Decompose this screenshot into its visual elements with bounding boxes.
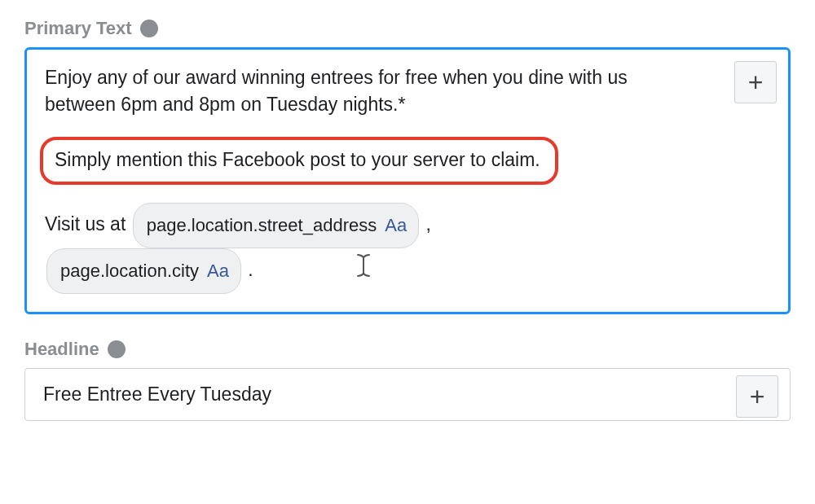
primary-text-label: Primary Text <box>24 18 132 39</box>
headline-input[interactable]: + Free Entree Every Tuesday <box>24 368 791 421</box>
dynamic-token-street-address[interactable]: page.location.street_address Aa <box>133 203 419 248</box>
token-format-icon: Aa <box>207 252 229 290</box>
dynamic-token-city[interactable]: page.location.city Aa <box>46 248 241 294</box>
token-text: page.location.street_address <box>147 207 377 244</box>
add-headline-button[interactable]: + <box>736 375 778 418</box>
period-separator: . <box>248 259 253 280</box>
headline-value: Free Entree Every Tuesday <box>43 383 271 405</box>
headline-label-row: Headline i <box>24 339 791 360</box>
token-text: page.location.city <box>60 252 199 290</box>
primary-text-paragraph-1: Enjoy any of our award winning entrees f… <box>45 64 672 119</box>
info-icon[interactable]: i <box>108 340 126 358</box>
primary-text-input[interactable]: + Enjoy any of our award winning entrees… <box>24 47 791 314</box>
highlighted-instruction-annotation: Simply mention this Facebook post to you… <box>40 137 558 185</box>
add-primary-text-button[interactable]: + <box>734 61 777 103</box>
info-icon[interactable]: i <box>140 20 158 37</box>
token-format-icon: Aa <box>385 207 407 244</box>
text-cursor-icon <box>356 252 371 291</box>
visit-us-line: Visit us at page.location.street_address… <box>45 203 715 294</box>
highlighted-text: Simply mention this Facebook post to you… <box>55 149 540 170</box>
headline-label: Headline <box>24 339 99 360</box>
visit-prefix: Visit us at <box>45 213 126 234</box>
comma-separator: , <box>426 213 431 234</box>
primary-text-label-row: Primary Text i <box>24 18 791 39</box>
